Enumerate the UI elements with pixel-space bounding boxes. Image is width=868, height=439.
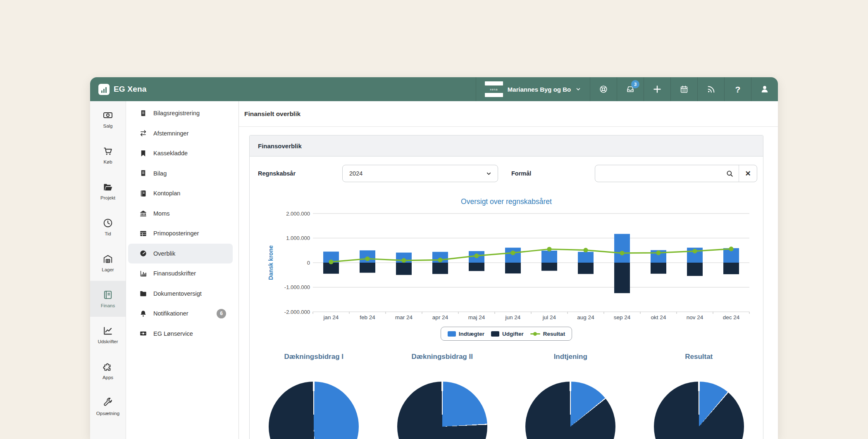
rail-item-label: Køb [103, 159, 112, 164]
svg-text:apr 24: apr 24 [432, 314, 448, 320]
menu-item-label: Overblik [153, 250, 175, 257]
menu-item-eg-l-nservice[interactable]: EG Lønservice [128, 324, 233, 344]
puzzle-icon [103, 361, 113, 372]
search-icon[interactable] [724, 170, 739, 178]
pie-chart[interactable] [269, 382, 359, 439]
menu-item-label: EG Lønservice [153, 330, 193, 337]
inbox-badge: 3 [631, 80, 639, 88]
warehouse-icon [103, 254, 113, 264]
year-overview-chart[interactable]: 2.000.0001.000.0000-1.000.000-2.000.000j… [250, 209, 763, 326]
menu-item-overblik[interactable]: Overblik [128, 244, 233, 264]
menu-item-bilag[interactable]: Bilag [128, 164, 233, 184]
svg-text:aug 24: aug 24 [577, 314, 594, 320]
legend-label: Udgifter [502, 331, 524, 337]
main-area: Salg Køb Projekt Tid Lager Finans Udskri… [90, 101, 778, 439]
calendar-button[interactable] [670, 77, 697, 101]
rail-item-label: Salg [103, 123, 112, 128]
rail-item-finans[interactable]: Finans [90, 281, 126, 317]
rail-item-label: Finans [101, 303, 115, 308]
news-feed-button[interactable] [697, 77, 724, 101]
legend-item-indtgter[interactable]: Indtægter [448, 331, 484, 337]
pie-chart[interactable] [654, 382, 744, 439]
chevron-down-icon [486, 171, 492, 177]
rail-item-label: Tid [105, 231, 111, 236]
fiscal-year-value: 2024 [349, 170, 486, 177]
chart-title: Oversigt over regnskabsåret [250, 197, 763, 208]
menu-item-kassekladde[interactable]: Kassekladde [128, 143, 233, 164]
support-button[interactable] [590, 77, 617, 101]
brand-name: EG Xena [114, 85, 147, 94]
svg-text:jul 24: jul 24 [542, 314, 556, 320]
purpose-label: Formål [511, 170, 531, 177]
purpose-search-input[interactable] [595, 165, 724, 182]
content-area: Finansielt overblik Finansoverblik Regns… [239, 101, 778, 439]
menu-item-label: Kassekladde [153, 150, 188, 157]
clear-search-button[interactable]: ✕ [739, 165, 757, 182]
menu-item-label: Dokumentoversigt [153, 290, 202, 297]
menu-item-notifikationer[interactable]: Notifikationer6 [128, 304, 233, 324]
legend-item-udgifter[interactable]: Udgifter [491, 331, 524, 337]
panel-header: Finansoverblik [250, 135, 763, 157]
rail-item-udskrifter[interactable]: Udskrifter [90, 317, 126, 353]
menu-item-dokumentoversigt[interactable]: Dokumentoversigt [128, 284, 233, 304]
pie-title: Indtjening [554, 353, 587, 363]
pie-chart[interactable] [525, 382, 615, 439]
menu-item-bilagsregistrering[interactable]: Bilagsregistrering [128, 103, 233, 123]
svg-text:mar 24: mar 24 [395, 314, 413, 320]
user-icon [760, 85, 769, 94]
notifications-count-badge: 6 [217, 309, 226, 318]
chevron-down-icon [575, 86, 581, 92]
svg-text:okt 24: okt 24 [651, 314, 666, 320]
table-icon [139, 230, 147, 237]
svg-text:dec 24: dec 24 [723, 314, 740, 320]
rss-icon [706, 85, 715, 94]
chart-legend: IndtægterUdgifterResultat [250, 327, 763, 341]
receipt-icon [139, 169, 147, 177]
account-button[interactable] [751, 77, 778, 101]
fiscal-year-select[interactable]: 2024 [342, 165, 498, 182]
rail-item-projekt[interactable]: Projekt [90, 173, 126, 209]
svg-text:-2.000.000: -2.000.000 [284, 309, 310, 315]
menu-item-moms[interactable]: Moms [128, 204, 233, 224]
purpose-search-group: ✕ [595, 165, 757, 182]
company-logo: xena [485, 81, 503, 97]
pie-title: Dækningsbidrag I [284, 353, 343, 363]
pie-chart[interactable] [397, 382, 487, 439]
ledger-icon [103, 290, 113, 300]
menu-item-primoposteringer[interactable]: Primoposteringer [128, 223, 233, 244]
fiscal-year-label: Regnskabsår [258, 170, 296, 177]
menu-item-label: Kontoplan [153, 190, 180, 197]
bar-chart-icon [139, 270, 147, 278]
brand[interactable]: EG Xena [90, 77, 476, 101]
cart-icon [103, 146, 113, 157]
svg-text:jan 24: jan 24 [323, 314, 339, 320]
rail-item-kb[interactable]: Køb [90, 137, 126, 173]
menu-item-kontoplan[interactable]: Kontoplan [128, 183, 233, 204]
book-icon [139, 190, 147, 197]
plus-icon [652, 84, 662, 94]
menu-item-finansudskrifter[interactable]: Finansudskrifter [128, 263, 233, 284]
menu-item-label: Bilagsregistrering [153, 110, 200, 116]
folder-icon [139, 290, 147, 297]
finansoverblik-panel: Finansoverblik Regnskabsår 2024 Formål [249, 135, 763, 439]
svg-text:maj 24: maj 24 [468, 314, 485, 320]
inbox-button[interactable]: 3 [617, 77, 644, 101]
panel-title: Finansoverblik [258, 142, 302, 149]
swap-icon [139, 129, 147, 137]
wrench-icon [103, 397, 113, 408]
receipt-icon [139, 109, 147, 117]
rail-item-tid[interactable]: Tid [90, 209, 126, 245]
help-button[interactable]: ? [724, 77, 751, 101]
menu-item-label: Afstemninger [153, 130, 188, 137]
bar-swatch [491, 331, 499, 337]
menu-item-afstemninger[interactable]: Afstemninger [128, 123, 233, 144]
create-button[interactable] [644, 77, 670, 101]
rail-item-lager[interactable]: Lager [90, 245, 126, 281]
rail-item-apps[interactable]: Apps [90, 353, 126, 389]
legend-item-resultat[interactable]: Resultat [530, 331, 565, 337]
rail-item-salg[interactable]: Salg [90, 101, 126, 137]
menu-item-label: Finansudskrifter [153, 270, 196, 277]
company-selector[interactable]: xena Mariannes Byg og Bo [476, 77, 590, 101]
banknote-icon [139, 330, 147, 337]
rail-item-opstning[interactable]: Opsætning [90, 389, 126, 425]
